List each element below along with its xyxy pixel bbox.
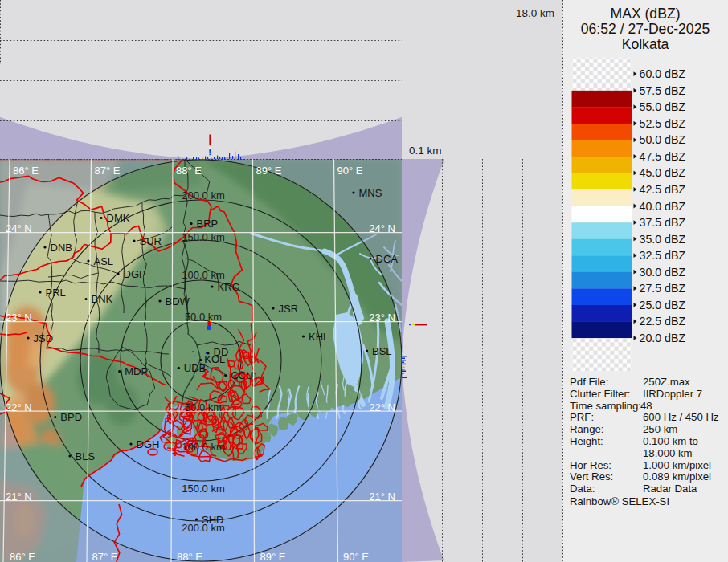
svg-text:22° N: 22° N	[6, 401, 32, 413]
svg-text:60.0 dBZ: 60.0 dBZ	[640, 67, 686, 80]
svg-text:40.0 dBZ: 40.0 dBZ	[640, 200, 686, 213]
svg-text:23° N: 23° N	[369, 312, 395, 324]
svg-text:DCA: DCA	[376, 253, 399, 265]
svg-text:88° E: 88° E	[176, 165, 202, 177]
svg-text:250 km: 250 km	[643, 423, 677, 435]
svg-text:87° E: 87° E	[95, 165, 121, 177]
svg-text:Pdf File:: Pdf File:	[570, 376, 608, 388]
svg-text:600 Hz / 450 Hz: 600 Hz / 450 Hz	[643, 411, 719, 423]
svg-text:50.0 km: 50.0 km	[185, 311, 222, 323]
svg-text:87° E: 87° E	[92, 551, 118, 562]
svg-text:Kolkata: Kolkata	[622, 36, 669, 52]
svg-text:BNK: BNK	[92, 293, 113, 305]
svg-text:100.0 km: 100.0 km	[182, 441, 224, 453]
svg-text:Range:: Range:	[570, 423, 604, 435]
svg-text:32.5 dBZ: 32.5 dBZ	[640, 249, 686, 262]
svg-text:21° N: 21° N	[369, 491, 395, 503]
svg-text:UDB: UDB	[184, 362, 206, 374]
svg-text:Vert Res:: Vert Res:	[570, 470, 613, 483]
svg-text:20.0 dBZ: 20.0 dBZ	[640, 332, 686, 344]
svg-text:0.1 km: 0.1 km	[409, 145, 442, 157]
svg-text:150.0 km: 150.0 km	[182, 231, 224, 243]
svg-text:0.100 km to: 0.100 km to	[643, 435, 698, 447]
svg-text:22.5 dBZ: 22.5 dBZ	[640, 315, 686, 328]
svg-text:42.5 dBZ: 42.5 dBZ	[640, 183, 686, 196]
svg-text:Rainbow® SELEX-SI: Rainbow® SELEX-SI	[570, 495, 669, 507]
svg-text:SUR: SUR	[140, 235, 162, 247]
svg-text:200.0 km: 200.0 km	[182, 189, 224, 202]
svg-text:30.0 dBZ: 30.0 dBZ	[640, 266, 686, 279]
svg-text:250Z.max: 250Z.max	[643, 376, 690, 388]
svg-text:DNB: DNB	[51, 242, 72, 254]
svg-text:24° N: 24° N	[6, 222, 32, 234]
svg-text:21° N: 21° N	[6, 491, 32, 503]
svg-text:0.089 km/pixel: 0.089 km/pixel	[643, 470, 711, 483]
svg-text:BDW: BDW	[166, 295, 190, 307]
svg-text:86° E: 86° E	[10, 551, 35, 562]
svg-text:Radar Data: Radar Data	[643, 483, 697, 495]
svg-text:Height:: Height:	[570, 435, 603, 447]
svg-text:47.5 dBZ: 47.5 dBZ	[640, 150, 686, 163]
svg-text:JSR: JSR	[279, 303, 299, 315]
svg-text:90° E: 90° E	[343, 551, 369, 562]
svg-text:PRL: PRL	[46, 287, 66, 299]
svg-text:KHL: KHL	[309, 331, 329, 343]
svg-text:55.0 dBZ: 55.0 dBZ	[640, 100, 686, 113]
svg-text:37.5 dBZ: 37.5 dBZ	[640, 216, 686, 229]
svg-text:57.5 dBZ: 57.5 dBZ	[640, 84, 686, 97]
svg-text:KOL: KOL	[204, 353, 225, 365]
svg-text:ASL: ASL	[94, 255, 114, 267]
svg-text:52.5 dBZ: 52.5 dBZ	[640, 117, 686, 130]
svg-text:06:52 / 27-Dec-2025: 06:52 / 27-Dec-2025	[581, 21, 710, 37]
svg-text:89° E: 89° E	[260, 551, 286, 562]
svg-text:MAX (dBZ): MAX (dBZ)	[611, 6, 681, 22]
svg-text:18.000 km: 18.000 km	[643, 447, 693, 459]
svg-text:27.5 dBZ: 27.5 dBZ	[640, 282, 686, 295]
svg-text:BPD: BPD	[60, 411, 82, 423]
svg-text:MDP: MDP	[125, 365, 148, 377]
svg-text:88° E: 88° E	[177, 551, 202, 562]
svg-text:23° N: 23° N	[6, 312, 32, 324]
svg-text:SHD: SHD	[202, 514, 223, 526]
svg-text:150.0 km: 150.0 km	[182, 483, 224, 495]
svg-text:DGH: DGH	[137, 438, 160, 450]
svg-text:DGP: DGP	[124, 268, 146, 280]
svg-text:22° N: 22° N	[369, 401, 395, 413]
svg-text:PRF:: PRF:	[570, 411, 594, 423]
svg-text:48: 48	[640, 400, 652, 412]
svg-text:50.0 dBZ: 50.0 dBZ	[640, 133, 686, 146]
svg-text:100.0 km: 100.0 km	[182, 269, 224, 281]
svg-text:CCU: CCU	[231, 369, 253, 381]
svg-text:BSL: BSL	[372, 345, 392, 357]
svg-text:Clutter Filter:: Clutter Filter:	[570, 388, 630, 400]
svg-text:45.0 dBZ: 45.0 dBZ	[640, 166, 686, 179]
svg-text:24° N: 24° N	[369, 222, 395, 234]
svg-text:DMK: DMK	[107, 212, 130, 224]
svg-text:KRG: KRG	[218, 281, 240, 293]
svg-text:MNS: MNS	[359, 187, 382, 199]
svg-text:Hor Res:: Hor Res:	[570, 459, 611, 471]
svg-text:BRP: BRP	[197, 218, 219, 230]
svg-text:90° E: 90° E	[337, 165, 363, 177]
svg-text:JSD: JSD	[34, 332, 54, 344]
svg-text:50.0 km: 50.0 km	[185, 401, 222, 413]
svg-text:86° E: 86° E	[13, 165, 39, 177]
svg-text:Data:: Data:	[570, 483, 595, 495]
svg-text:Time sampling:: Time sampling:	[570, 400, 641, 412]
svg-text:25.0 dBZ: 25.0 dBZ	[640, 299, 686, 312]
svg-text:IIRDoppler 7: IIRDoppler 7	[643, 388, 702, 400]
svg-text:1.000 km/pixel: 1.000 km/pixel	[643, 459, 711, 471]
svg-text:18.0 km: 18.0 km	[516, 7, 554, 19]
svg-text:35.0 dBZ: 35.0 dBZ	[640, 233, 686, 246]
svg-text:89° E: 89° E	[256, 165, 282, 177]
svg-text:BLS: BLS	[76, 450, 96, 462]
